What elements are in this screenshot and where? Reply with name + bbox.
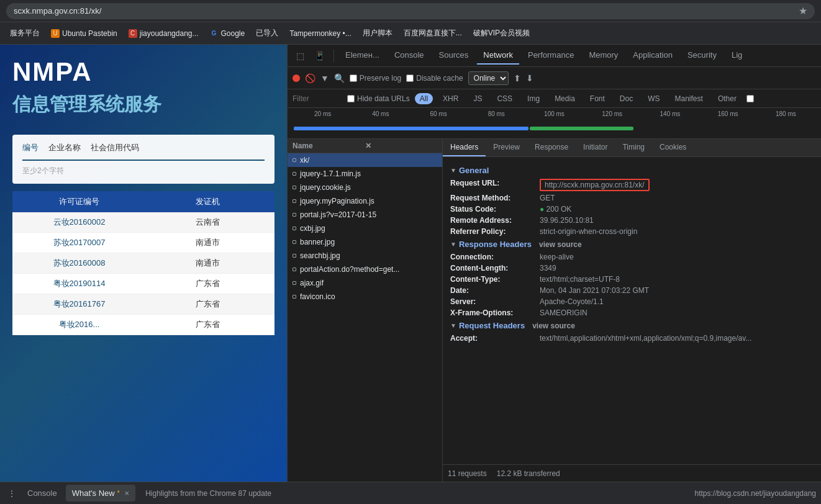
- tab-company-name[interactable]: 企业名称: [48, 142, 81, 156]
- bookmark-item-tampermonkey[interactable]: Tampermonkey •...: [284, 27, 356, 40]
- tab-initiator[interactable]: Initiator: [576, 139, 615, 156]
- license-cell[interactable]: 苏妆20170007: [20, 237, 138, 248]
- close-pane-button[interactable]: ✕: [365, 142, 438, 150]
- license-cell[interactable]: 粤妆2016...: [20, 319, 138, 330]
- response-headers-title: Response Headers: [459, 240, 532, 249]
- upload-icon[interactable]: ⬆: [514, 73, 521, 83]
- filter-input[interactable]: [293, 94, 342, 103]
- table-row: 云妆20160002 云南省: [12, 212, 274, 233]
- bookmark-item-jiayou[interactable]: C jiayoudangdang...: [124, 27, 204, 40]
- license-cell[interactable]: 云妆20160002: [20, 217, 138, 228]
- general-section-header: ▼ General: [450, 166, 814, 175]
- preserve-log-label[interactable]: Preserve log: [350, 74, 401, 83]
- bookmark-label: 用户脚本: [363, 28, 392, 38]
- tab-console[interactable]: Console: [388, 47, 430, 65]
- license-cell[interactable]: 粤妆20190114: [20, 278, 138, 289]
- disable-cache-label[interactable]: Disable cache: [406, 74, 463, 83]
- tab-cookies[interactable]: Cookies: [652, 139, 694, 156]
- file-item-cxbj[interactable]: cxbj.jpg: [288, 222, 442, 235]
- hide-data-urls-checkbox[interactable]: [347, 95, 355, 102]
- request-view-source-link[interactable]: view source: [532, 322, 575, 330]
- file-item-portal-action[interactable]: portalAction.do?method=get...: [288, 263, 442, 276]
- bookmark-item-imported[interactable]: 已导入: [251, 25, 283, 41]
- filter-ws[interactable]: WS: [643, 93, 665, 104]
- filter-img[interactable]: Img: [522, 93, 545, 104]
- hide-data-urls-label[interactable]: Hide data URLs: [347, 94, 410, 103]
- general-title: General: [459, 166, 489, 175]
- filter-other[interactable]: Other: [713, 93, 742, 104]
- bookmark-label: 服务平台: [10, 28, 40, 38]
- whatsnew-tab[interactable]: What's New * ×: [66, 485, 135, 502]
- file-item-jquery-cookie[interactable]: jquery.cookie.js: [288, 181, 442, 194]
- clear-button[interactable]: 🚫: [305, 73, 315, 83]
- tab-response[interactable]: Response: [527, 139, 576, 156]
- record-button[interactable]: [293, 74, 300, 82]
- accept-row: Accept: text/html,application/xhtml+xml,…: [450, 334, 814, 343]
- file-item-portal-js[interactable]: portal.js?v=2017-01-15: [288, 208, 442, 222]
- tab-preview[interactable]: Preview: [486, 139, 527, 156]
- file-icon: [293, 227, 296, 230]
- license-cell[interactable]: 苏妆20160008: [20, 258, 138, 269]
- file-icon: [293, 186, 296, 189]
- tab-lig[interactable]: Lig: [725, 47, 748, 65]
- filter-xhr[interactable]: XHR: [438, 93, 463, 104]
- tab-timing[interactable]: Timing: [615, 139, 652, 156]
- filter-font[interactable]: Font: [585, 93, 610, 104]
- date-label: Date:: [450, 286, 537, 295]
- filter-manifest[interactable]: Manifest: [670, 93, 708, 104]
- filter-icon[interactable]: ▼: [320, 73, 329, 83]
- throttle-select[interactable]: Online: [468, 71, 509, 85]
- bookmark-item-userscript[interactable]: 用户脚本: [358, 25, 397, 41]
- tab-security[interactable]: Security: [681, 47, 723, 65]
- new-badge: *: [117, 490, 120, 497]
- address-bar[interactable]: scxk.nmpa.gov.cn:81/xk/ ★: [6, 3, 815, 19]
- blog-link[interactable]: https://blog.csdn.net/jiayoudangdang: [695, 489, 816, 498]
- tab-headers[interactable]: Headers: [443, 139, 486, 156]
- server-value: Apache-Coyote/1.1: [540, 297, 604, 306]
- devtools-panel: ⬚ 📱 Elemен... Console Sources Network Pe…: [287, 45, 821, 482]
- download-icon[interactable]: ⬇: [526, 73, 533, 83]
- org-cell: 广东省: [148, 278, 267, 289]
- content-length-label: Content-Length:: [450, 264, 537, 272]
- device-toggle-icon[interactable]: 📱: [311, 48, 329, 63]
- bookmark-item-baidu[interactable]: 百度网盘直接下...: [399, 25, 467, 41]
- inspect-element-icon[interactable]: ⬚: [293, 48, 308, 63]
- tab-network[interactable]: Network: [477, 47, 519, 65]
- file-item-jquery-min[interactable]: jquery-1.7.1.min.js: [288, 167, 442, 181]
- file-item-searchbj[interactable]: searchbj.jpg: [288, 249, 442, 263]
- devtools-menu-icon[interactable]: ⋮: [5, 486, 19, 501]
- whatsnew-close-icon[interactable]: ×: [125, 488, 130, 498]
- tab-license-number[interactable]: 编号: [22, 142, 39, 161]
- other-filter-checkbox[interactable]: [746, 95, 754, 102]
- tab-sources[interactable]: Sources: [433, 47, 475, 65]
- file-icon: [293, 268, 296, 271]
- disable-cache-checkbox[interactable]: [406, 74, 414, 82]
- filter-all[interactable]: All: [415, 93, 433, 104]
- request-url-box[interactable]: http://scxk.nmpa.gov.cn:81/xk/: [540, 179, 650, 191]
- tab-elements[interactable]: Elemен...: [339, 47, 386, 65]
- file-item-favicon[interactable]: favicon.ico: [288, 290, 442, 304]
- file-item-banner[interactable]: banner.jpg: [288, 235, 442, 249]
- tab-memory[interactable]: Memory: [583, 47, 624, 65]
- bookmark-item-service[interactable]: 服务平台: [5, 25, 45, 41]
- bookmark-star-icon[interactable]: ★: [799, 5, 807, 17]
- license-cell[interactable]: 粤妆20161767: [20, 299, 138, 310]
- bookmark-item-vip[interactable]: 破解VIP会员视频: [468, 25, 535, 41]
- tab-performance[interactable]: Performance: [522, 47, 580, 65]
- preserve-log-checkbox[interactable]: [350, 74, 357, 82]
- tab-credit-code[interactable]: 社会信用代码: [91, 142, 139, 156]
- search-network-icon[interactable]: 🔍: [334, 73, 345, 83]
- file-item-ajax-gif[interactable]: ajax.gif: [288, 276, 442, 290]
- filter-media[interactable]: Media: [550, 93, 580, 104]
- console-tab[interactable]: Console: [21, 485, 63, 502]
- bookmark-item-google[interactable]: G Google: [204, 27, 250, 40]
- tab-application[interactable]: Application: [627, 47, 679, 65]
- filter-doc[interactable]: Doc: [615, 93, 638, 104]
- filter-js[interactable]: JS: [468, 93, 487, 104]
- triangle-icon: ▼: [450, 167, 456, 174]
- file-item-xk[interactable]: xk/: [288, 153, 442, 167]
- response-view-source-link[interactable]: view source: [539, 240, 582, 249]
- file-item-jquery-pagination[interactable]: jquery.myPagination.js: [288, 194, 442, 208]
- filter-css[interactable]: CSS: [492, 93, 517, 104]
- bookmark-item-ubuntu[interactable]: U Ubuntu Pastebin: [46, 27, 122, 40]
